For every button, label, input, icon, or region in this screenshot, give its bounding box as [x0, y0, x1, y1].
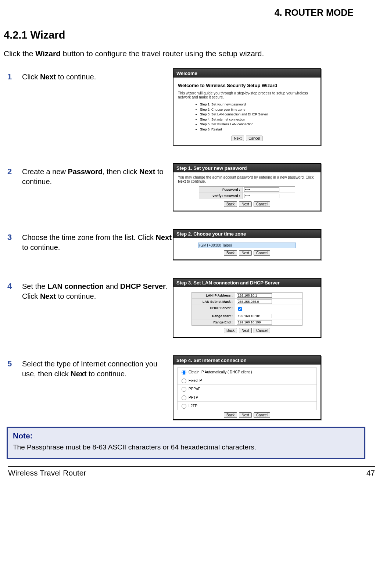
back-button[interactable]: Back — [224, 250, 237, 256]
list-item: Step 2. Choose your time zone — [200, 107, 316, 112]
list-item: Step 4. Set internet connection — [200, 117, 316, 122]
radio-label: Fixed IP — [189, 379, 202, 383]
step-2: 2 Create a new Password, then click Next… — [4, 163, 368, 211]
list-item: Step 5. Set wireless LAN connection — [200, 122, 316, 127]
wizard-subtitle: This wizard will guide you through a ste… — [178, 91, 316, 99]
lan-ip-label: LAN IP Address : — [192, 293, 235, 298]
screenshot-lan-dhcp: Step 3. Set LAN connection and DHCP Serv… — [173, 278, 321, 338]
wizard-heading: Welcome to Wireless Security Setup Wizar… — [178, 83, 316, 88]
range-start-label: Range Start : — [192, 313, 235, 319]
intro-bold: Wizard — [35, 49, 61, 58]
step-number: 1 — [4, 72, 22, 82]
radio-l2tp[interactable] — [182, 404, 186, 409]
dhcp-server-checkbox[interactable] — [238, 307, 242, 311]
section-title: 4.2.1 Wizard — [4, 29, 368, 41]
intro-pre: Click the — [4, 49, 35, 58]
back-button[interactable]: Back — [224, 412, 237, 418]
radio-label: PPTP — [189, 395, 198, 399]
radio-dhcp-client[interactable] — [182, 370, 186, 375]
step-description: Choose the time zone from the list. Clic… — [22, 233, 173, 252]
screenshot-timezone: Step 2. Choose your time zone (GMT+08:00… — [173, 229, 321, 260]
range-start-input[interactable] — [237, 314, 272, 318]
step-number: 5 — [4, 359, 22, 369]
lan-ip-input[interactable] — [237, 293, 272, 298]
note-title: Note: — [13, 431, 359, 440]
lan-subnet-input[interactable] — [237, 300, 272, 304]
window-titlebar: Step 4. Set internet connection — [173, 356, 321, 365]
step-number: 3 — [4, 233, 22, 242]
step-4: 4 Set the LAN connection and DHCP Server… — [4, 278, 368, 338]
next-button[interactable]: Next — [239, 201, 252, 207]
next-button[interactable]: Next — [239, 412, 252, 418]
radio-label: Obtain IP Automatically ( DHCP client ) — [189, 370, 252, 374]
dhcp-server-label: DHCP Server : — [192, 305, 235, 313]
intro-post: button to configure the travel router us… — [61, 49, 264, 58]
screenshot-welcome: Welcome Welcome to Wireless Security Set… — [173, 68, 321, 146]
step-number: 2 — [4, 167, 22, 176]
cancel-button[interactable]: Cancel — [254, 328, 270, 333]
step-description: Create a new Password, then click Next t… — [22, 167, 173, 187]
radio-pptp[interactable] — [182, 395, 186, 400]
verify-password-input[interactable] — [244, 194, 279, 198]
next-button[interactable]: Next — [239, 328, 252, 333]
page-footer: Wireless Travel Router 47 — [8, 466, 375, 477]
timezone-select[interactable]: (GMT+08:00) Taipei — [198, 243, 296, 248]
step-number: 4 — [4, 282, 22, 291]
next-button[interactable]: Next — [239, 250, 252, 256]
intro-paragraph: Click the Wizard button to configure the… — [4, 49, 368, 58]
footer-left: Wireless Travel Router — [8, 469, 86, 477]
radio-label: L2TP — [189, 404, 197, 408]
back-button[interactable]: Back — [224, 201, 237, 207]
step-3: 3 Choose the time zone from the list. Cl… — [4, 229, 368, 260]
chapter-header: 4. ROUTER MODE — [4, 7, 354, 18]
list-item: Step 6. Restart — [200, 127, 316, 132]
note-body: The Passphrase must be 8-63 ASCII charac… — [13, 443, 359, 451]
screenshot-internet-conn: Step 4. Set internet connection Obtain I… — [173, 355, 321, 420]
window-titlebar: Step 1. Set your new password — [173, 164, 321, 172]
wizard-steps-list: Step 1. Set your new password Step 2. Ch… — [200, 102, 316, 132]
next-button[interactable]: Next — [232, 136, 244, 141]
screenshot-password: Step 1. Set your new password You may ch… — [173, 163, 321, 211]
step-description: Set the LAN connection and DHCP Server. … — [22, 282, 173, 301]
page-number: 47 — [366, 469, 375, 477]
step-1: 1 Click Next to continue. Welcome Welcom… — [4, 68, 368, 146]
password-instructions: You may change the admin account passwor… — [178, 175, 316, 183]
cancel-button[interactable]: Cancel — [254, 201, 270, 207]
back-button[interactable]: Back — [224, 328, 237, 333]
radio-pppoe[interactable] — [182, 387, 186, 392]
step-5: 5 Select the type of Internet connection… — [4, 355, 368, 420]
range-end-label: Range End : — [192, 319, 235, 325]
cancel-button[interactable]: Cancel — [246, 136, 262, 141]
password-input[interactable] — [244, 187, 279, 192]
verify-password-label: Verify Password : — [199, 193, 243, 199]
list-item: Step 3. Set LAN connection and DHCP Serv… — [200, 112, 316, 117]
cancel-button[interactable]: Cancel — [254, 250, 270, 256]
cancel-button[interactable]: Cancel — [254, 412, 270, 418]
radio-fixed-ip[interactable] — [182, 379, 186, 383]
radio-label: PPPoE — [189, 387, 200, 391]
note-box: Note: The Passphrase must be 8-63 ASCII … — [7, 427, 365, 459]
password-label: Password : — [199, 187, 243, 193]
window-titlebar: Step 2. Choose your time zone — [173, 230, 321, 238]
lan-subnet-label: LAN Subnet Mask : — [192, 299, 235, 305]
window-titlebar: Step 3. Set LAN connection and DHCP Serv… — [173, 279, 321, 287]
step-description: Select the type of Internet connection y… — [22, 359, 173, 379]
step-description: Click Next to continue. — [22, 72, 96, 82]
range-end-input[interactable] — [237, 320, 272, 325]
window-titlebar: Welcome — [173, 69, 321, 78]
list-item: Step 1. Set your new password — [200, 102, 316, 107]
